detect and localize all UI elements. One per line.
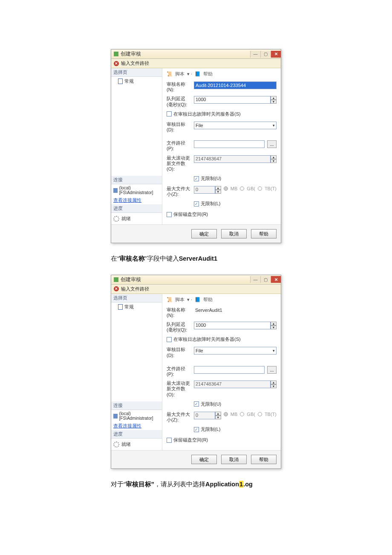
spin-down-icon[interactable]: ▼ — [271, 159, 277, 163]
help-dialog-button[interactable]: 帮助 — [251, 455, 277, 464]
close-button[interactable]: ✕ — [271, 276, 281, 283]
spin-down-icon[interactable]: ▼ — [215, 416, 221, 419]
unlimited-l-checkbox[interactable]: ✓ — [194, 201, 199, 206]
max-size-input[interactable]: 0 — [194, 412, 215, 419]
max-rollover-input[interactable]: 2147483647 — [194, 155, 271, 163]
sidebar-hdr-select: 选择页 — [111, 68, 162, 77]
minimize-button[interactable]: — — [250, 51, 260, 58]
sidebar-hdr-progress: 进度 — [111, 204, 162, 213]
minimize-button[interactable]: — — [250, 276, 260, 283]
spin-down-icon[interactable]: ▼ — [271, 384, 277, 388]
queue-delay-label: 队列延迟(毫秒)(Q): — [167, 322, 191, 333]
audit-name-input[interactable]: Audit-20121014-233544 — [194, 81, 277, 89]
reserve-disk-checkbox[interactable] — [167, 212, 172, 217]
spin-down-icon[interactable]: ▼ — [271, 100, 277, 104]
unlimited-u-checkbox[interactable]: ✓ — [194, 176, 199, 181]
dialog-footer: 确定 取消 帮助 — [111, 224, 281, 243]
toolbar-sep: ▾ · — [187, 297, 192, 302]
spin-down-icon[interactable]: ▼ — [215, 190, 221, 194]
page-icon — [118, 304, 123, 310]
shutdown-checkbox[interactable] — [167, 337, 172, 342]
window-controls: — ▢ ✕ — [250, 276, 281, 283]
size-unit-radios: MB GB( TB(T) — [224, 186, 277, 191]
connection-text: (local) [FS\Administrator] — [119, 411, 160, 421]
sidebar-item-label: 常规 — [124, 304, 134, 310]
spin-up-icon[interactable]: ▲ — [271, 155, 277, 159]
help-button[interactable]: 帮助 — [203, 71, 213, 77]
spin-up-icon[interactable]: ▲ — [215, 186, 221, 190]
max-rollover-spinner[interactable]: ▲ ▼ — [271, 381, 277, 388]
sidebar-hdr-select: 选择页 — [111, 294, 162, 302]
max-rollover-input[interactable]: 2147483647 — [194, 381, 271, 388]
audit-dest-label: 审核目标(D): — [167, 347, 191, 358]
queue-delay-spinner[interactable]: ▲ ▼ — [271, 322, 277, 329]
help-button[interactable]: 帮助 — [203, 296, 213, 303]
radio-tb[interactable] — [258, 412, 262, 416]
unlimited-u-label: 无限制(U) — [201, 175, 221, 182]
max-size-label: 最大文件大小(Z): — [167, 412, 191, 423]
sidebar-item-general[interactable]: 常规 — [111, 77, 162, 86]
max-size-spinner[interactable]: ▲ ▼ — [215, 186, 221, 194]
browse-button[interactable]: ... — [267, 140, 277, 148]
app-icon — [114, 277, 118, 282]
error-icon: ✕ — [114, 286, 119, 291]
ok-button[interactable]: 确定 — [191, 229, 217, 238]
main-toolbar: 📜 脚本 ▾ · 📘 帮助 — [167, 71, 277, 77]
view-connection-props-link[interactable]: 查看连接属性 — [111, 196, 162, 204]
view-connection-props-link[interactable]: 查看连接属性 — [111, 422, 162, 430]
radio-tb[interactable] — [258, 186, 262, 191]
audit-name-input[interactable]: ServerAudit1 — [194, 307, 277, 315]
script-button[interactable]: 脚本 — [175, 296, 184, 303]
reserve-disk-checkbox[interactable] — [167, 438, 172, 443]
queue-delay-spinner[interactable]: ▲ ▼ — [271, 96, 277, 104]
queue-delay-input[interactable]: 1000 — [194, 96, 271, 104]
spin-up-icon[interactable]: ▲ — [271, 322, 277, 325]
cancel-button[interactable]: 取消 — [221, 229, 247, 238]
app-icon — [114, 52, 118, 56]
dialog-main: 📜 脚本 ▾ · 📘 帮助 审核名称(N): Audit-20121014-23… — [162, 68, 281, 224]
radio-gb[interactable] — [240, 412, 244, 416]
error-bar: ✕ 输入文件路径 — [111, 285, 281, 294]
file-path-input[interactable] — [194, 366, 265, 374]
audit-name-label: 审核名称(N): — [167, 307, 191, 318]
radio-mb[interactable] — [224, 186, 228, 191]
file-path-input[interactable] — [194, 140, 265, 148]
browse-button[interactable]: ... — [267, 366, 277, 374]
file-path-label: 文件路径(P): — [167, 140, 191, 151]
close-button[interactable]: ✕ — [271, 51, 281, 58]
help-icon: 📘 — [195, 296, 201, 302]
error-icon: ✕ — [114, 61, 119, 66]
ok-button[interactable]: 确定 — [191, 455, 217, 464]
script-button[interactable]: 脚本 — [175, 71, 184, 77]
maximize-button[interactable]: ▢ — [260, 276, 271, 283]
queue-delay-label: 队列延迟(毫秒)(Q): — [167, 96, 191, 107]
shutdown-checkbox[interactable] — [167, 111, 172, 116]
create-audit-dialog-2: 创建审核 — ▢ ✕ ✕ 输入文件路径 选择页 常规 连接 — [111, 275, 281, 469]
help-icon: 📘 — [195, 71, 201, 77]
reserve-disk-label: 保留磁盘空间(R) — [173, 437, 208, 443]
progress-spinner-icon — [113, 216, 119, 222]
spin-up-icon[interactable]: ▲ — [271, 96, 277, 100]
max-size-input[interactable]: 0 — [194, 186, 215, 194]
maximize-button[interactable]: ▢ — [260, 51, 271, 58]
radio-mb[interactable] — [224, 412, 228, 416]
shutdown-label: 在审核日志故障时关闭服务器(S) — [173, 336, 241, 343]
unlimited-u-checkbox[interactable]: ✓ — [194, 401, 199, 407]
audit-dest-select[interactable]: File ▾ — [194, 347, 277, 355]
unlimited-l-checkbox[interactable]: ✓ — [194, 427, 199, 432]
help-dialog-button[interactable]: 帮助 — [251, 229, 277, 238]
unlimited-l-label: 无限制(L) — [201, 200, 220, 207]
max-size-spinner[interactable]: ▲ ▼ — [215, 412, 221, 419]
dialog-footer: 确定 取消 帮助 — [111, 450, 281, 468]
sidebar-hdr-progress: 进度 — [111, 430, 162, 439]
queue-delay-input[interactable]: 1000 — [194, 322, 271, 329]
spin-up-icon[interactable]: ▲ — [271, 381, 277, 384]
spin-up-icon[interactable]: ▲ — [215, 412, 221, 416]
sidebar-item-general[interactable]: 常规 — [111, 302, 162, 311]
radio-gb[interactable] — [240, 186, 244, 191]
titlebar: 创建审核 — ▢ ✕ — [111, 275, 281, 285]
cancel-button[interactable]: 取消 — [221, 455, 247, 464]
max-rollover-spinner[interactable]: ▲ ▼ — [271, 155, 277, 163]
spin-down-icon[interactable]: ▼ — [271, 325, 277, 329]
audit-dest-select[interactable]: File ▾ — [194, 122, 277, 129]
